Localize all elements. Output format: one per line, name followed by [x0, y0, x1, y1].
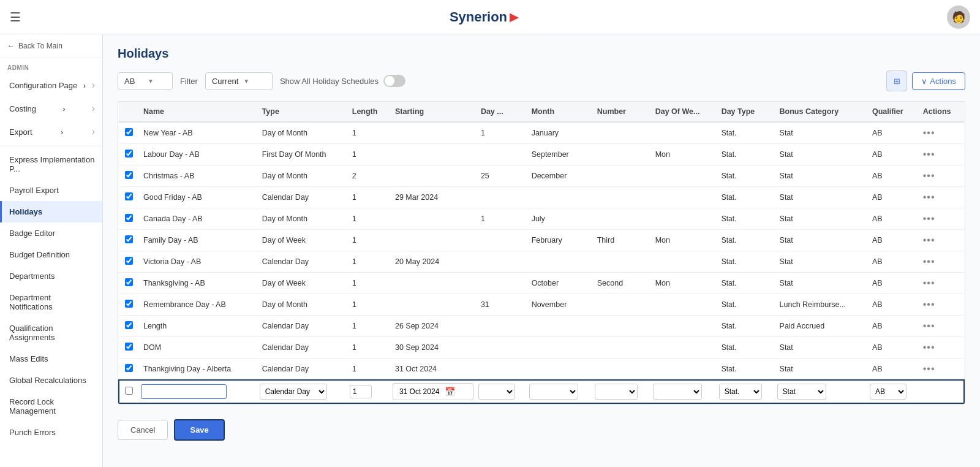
row-checkbox-cell[interactable] — [119, 144, 138, 165]
row-actions-icon[interactable]: ••• — [923, 127, 935, 138]
cancel-button[interactable]: Cancel — [118, 420, 168, 440]
cell-actions[interactable]: ••• — [918, 251, 964, 273]
show-all-toggle-area: Show All Holiday Schedules — [280, 75, 405, 87]
row-actions-icon[interactable]: ••• — [923, 342, 935, 352]
sidebar-item-budget-definition[interactable]: Budget Definition — [0, 244, 102, 265]
calendar-icon[interactable]: 📅 — [445, 387, 455, 397]
sidebar-item-mass-edits[interactable]: Mass Edits — [0, 348, 102, 370]
sidebar-item-record-lock[interactable]: Record Lock Management — [0, 391, 102, 422]
row-checkbox-cell[interactable] — [119, 187, 138, 208]
new-row-starting-cell[interactable]: 📅 — [390, 380, 476, 403]
new-row-qualifier-cell[interactable]: AB — [867, 380, 918, 403]
filter-select[interactable]: Current ▼ — [205, 72, 273, 90]
new-row-daytype-cell[interactable]: Stat. — [717, 380, 775, 403]
sidebar-item-holidays[interactable]: Holidays — [0, 201, 102, 222]
row-checkbox[interactable] — [125, 214, 133, 222]
sidebar-item-configuration[interactable]: Configuration Page › — [0, 74, 102, 97]
row-checkbox-cell[interactable] — [119, 251, 138, 273]
row-checkbox-cell[interactable] — [119, 316, 138, 337]
row-checkbox[interactable] — [125, 364, 133, 372]
row-checkbox-cell[interactable] — [119, 359, 138, 381]
new-row-length-input[interactable] — [350, 385, 372, 398]
new-row-checkbox-cell[interactable] — [119, 380, 138, 403]
new-row-type-select[interactable]: Calendar Day Day of Month Day of Week Fi… — [260, 384, 327, 400]
row-checkbox-cell[interactable] — [119, 165, 138, 187]
sidebar-item-express[interactable]: Express Implementation P... — [0, 149, 102, 180]
new-row-number-select[interactable] — [595, 384, 638, 400]
new-row-bonus-select[interactable]: Stat — [777, 384, 826, 400]
new-row-day-cell[interactable] — [476, 380, 527, 403]
new-row-month-cell[interactable] — [527, 380, 592, 403]
row-actions-icon[interactable]: ••• — [923, 192, 935, 202]
show-all-toggle[interactable] — [383, 75, 405, 87]
new-row-daytype-select[interactable]: Stat. — [719, 384, 762, 400]
cell-actions[interactable]: ••• — [918, 165, 964, 187]
row-checkbox-cell[interactable] — [119, 273, 138, 294]
cell-actions[interactable]: ••• — [918, 208, 964, 230]
cell-actions[interactable]: ••• — [918, 230, 964, 251]
cell-actions[interactable]: ••• — [918, 316, 964, 337]
sidebar-item-badge-editor[interactable]: Badge Editor — [0, 222, 102, 244]
sidebar-item-export[interactable]: Export › — [0, 120, 102, 143]
row-actions-icon[interactable]: ••• — [923, 278, 935, 288]
new-row-date-input[interactable]: 📅 — [393, 383, 473, 400]
new-row-dayofweek-select[interactable] — [653, 384, 702, 400]
sidebar-item-qualification[interactable]: Qualification Assignments — [0, 317, 102, 348]
row-actions-icon[interactable]: ••• — [923, 363, 935, 374]
row-actions-icon[interactable]: ••• — [923, 149, 935, 159]
new-row-name-input[interactable] — [141, 384, 227, 399]
hamburger-icon[interactable]: ☰ — [10, 10, 21, 25]
sidebar-item-costing[interactable]: Costing › — [0, 97, 102, 120]
row-actions-icon[interactable]: ••• — [923, 170, 935, 181]
cell-actions[interactable]: ••• — [918, 187, 964, 208]
row-checkbox[interactable] — [125, 278, 133, 286]
cell-actions[interactable]: ••• — [918, 122, 964, 144]
row-checkbox[interactable] — [125, 171, 133, 179]
new-row-name-cell[interactable] — [138, 380, 257, 403]
row-checkbox[interactable] — [125, 257, 133, 265]
cell-actions[interactable]: ••• — [918, 337, 964, 359]
new-row-length-cell[interactable] — [347, 380, 390, 403]
save-button[interactable]: Save — [174, 419, 224, 441]
cell-actions[interactable]: ••• — [918, 359, 964, 381]
new-row-dayofweek-cell[interactable] — [650, 380, 717, 403]
row-actions-icon[interactable]: ••• — [923, 235, 935, 245]
cell-actions[interactable]: ••• — [918, 294, 964, 316]
row-checkbox-cell[interactable] — [119, 122, 138, 144]
grid-view-button[interactable]: ⊞ — [886, 70, 907, 91]
row-actions-icon[interactable]: ••• — [923, 321, 935, 331]
new-row-number-cell[interactable] — [592, 380, 650, 403]
new-row-day-select[interactable] — [478, 384, 515, 400]
new-row-type-cell[interactable]: Calendar Day Day of Month Day of Week Fi… — [257, 380, 347, 403]
row-checkbox-cell[interactable] — [119, 208, 138, 230]
row-actions-icon[interactable]: ••• — [923, 299, 935, 309]
row-actions-icon[interactable]: ••• — [923, 213, 935, 224]
row-checkbox[interactable] — [125, 300, 133, 308]
row-checkbox-cell[interactable] — [119, 337, 138, 359]
row-checkbox[interactable] — [125, 343, 133, 351]
row-checkbox[interactable] — [125, 128, 133, 136]
row-checkbox[interactable] — [125, 235, 133, 243]
cell-actions[interactable]: ••• — [918, 144, 964, 165]
sidebar-item-dept-notifications[interactable]: Department Notifications — [0, 287, 102, 317]
new-row-month-select[interactable] — [529, 384, 578, 400]
new-row-date-field[interactable] — [396, 385, 445, 398]
row-checkbox-cell[interactable] — [119, 294, 138, 316]
sidebar-item-departments[interactable]: Departments — [0, 265, 102, 287]
new-row-qualifier-select[interactable]: AB — [870, 384, 907, 400]
sidebar-item-global-recalc[interactable]: Global Recalculations — [0, 370, 102, 391]
row-checkbox[interactable] — [125, 321, 133, 329]
sidebar-item-payroll-export[interactable]: Payroll Export — [0, 180, 102, 201]
region-select[interactable]: AB ▼ — [118, 72, 173, 90]
new-row-bonus-cell[interactable]: Stat — [775, 380, 867, 403]
new-row-checkbox[interactable] — [125, 387, 133, 395]
sidebar-item-punch-errors[interactable]: Punch Errors — [0, 422, 102, 443]
row-checkbox[interactable] — [125, 150, 133, 158]
cell-actions[interactable]: ••• — [918, 273, 964, 294]
row-checkbox[interactable] — [125, 192, 133, 200]
actions-button[interactable]: ∨ Actions — [912, 72, 965, 90]
avatar[interactable]: 🧑 — [947, 6, 970, 29]
back-to-main[interactable]: ← Back To Main — [0, 34, 102, 58]
row-checkbox-cell[interactable] — [119, 230, 138, 251]
row-actions-icon[interactable]: ••• — [923, 256, 935, 267]
